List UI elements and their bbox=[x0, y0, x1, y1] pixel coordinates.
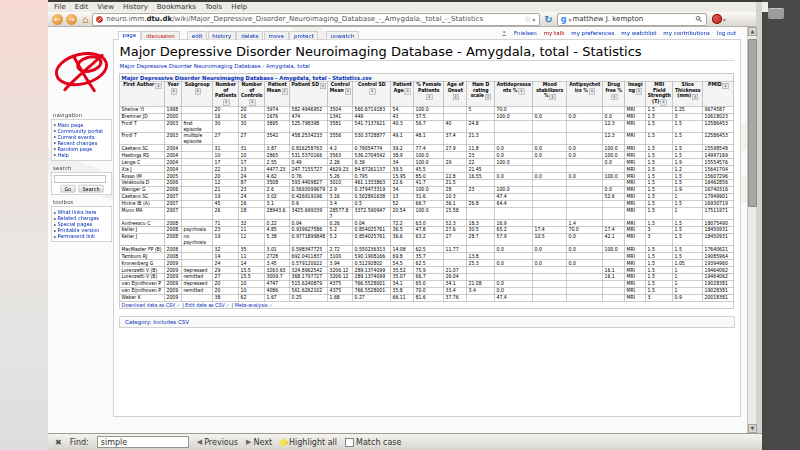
category-value-link[interactable]: Includes CSV bbox=[153, 319, 189, 326]
sort-icon[interactable]: ↕ bbox=[636, 89, 642, 95]
tab-move[interactable]: move bbox=[264, 32, 288, 40]
sort-icon[interactable]: ↕ bbox=[405, 89, 411, 95]
find-previous-button[interactable]: ◀Previous bbox=[197, 438, 238, 447]
sort-icon[interactable]: ↕ bbox=[195, 89, 201, 95]
sidebar-link[interactable]: ▪Printable version bbox=[54, 228, 111, 234]
tab-page[interactable]: page bbox=[118, 31, 141, 40]
tab-protect[interactable]: protect bbox=[289, 32, 318, 40]
wiki-logo[interactable] bbox=[52, 42, 111, 101]
find-input[interactable]: simple bbox=[97, 436, 189, 448]
scroll-down-icon[interactable]: ▼ bbox=[748, 424, 757, 433]
sidebar-link[interactable]: ▪Recent changes bbox=[54, 140, 111, 146]
menu-view[interactable]: View bbox=[97, 3, 114, 11]
sidebar-link[interactable]: ▪Community portal bbox=[54, 128, 111, 134]
tab-history[interactable]: history bbox=[208, 32, 236, 40]
back-button[interactable]: ← bbox=[52, 14, 63, 25]
sidebar-link[interactable]: ▪Special pages bbox=[54, 222, 111, 228]
sort-icon[interactable]: ↕ bbox=[611, 94, 617, 100]
menu-help[interactable]: Help bbox=[231, 3, 247, 11]
parent-page-link[interactable]: Major Depressive Disorder Neuroimaging D… bbox=[120, 63, 735, 70]
search-engine-dropdown-icon[interactable]: ▾ bbox=[568, 16, 571, 23]
column-header[interactable]: Antidepressants %↕ bbox=[495, 81, 533, 106]
csv-link[interactable]: Download data as CSV bbox=[122, 302, 176, 308]
sort-icon[interactable]: ↕ bbox=[320, 83, 326, 89]
vertical-scrollbar[interactable]: ▲ ▼ bbox=[747, 27, 756, 433]
column-header[interactable]: Number of Controls↕ bbox=[239, 81, 265, 106]
sort-icon[interactable]: ↕ bbox=[171, 89, 177, 95]
sort-icon[interactable]: ↕ bbox=[660, 99, 666, 105]
column-header[interactable]: Ham D rating scale↕ bbox=[467, 81, 495, 106]
find-next-button[interactable]: ▶Next bbox=[246, 438, 272, 447]
scrollbar-thumb[interactable] bbox=[748, 39, 757, 207]
column-header[interactable]: Imaging↕ bbox=[625, 81, 646, 106]
sidebar-link[interactable]: ▪Help bbox=[54, 152, 111, 158]
wiki-search-input[interactable] bbox=[55, 175, 106, 183]
search-icon[interactable]: 🔍︎ bbox=[695, 15, 703, 24]
reload-icon[interactable]: ↻ bbox=[544, 14, 552, 25]
column-header[interactable]: Subgroup↕ bbox=[182, 81, 213, 106]
menu-tools[interactable]: Tools bbox=[205, 3, 222, 11]
scroll-up-icon[interactable]: ▲ bbox=[748, 27, 757, 36]
column-header[interactable]: Control SD↕ bbox=[353, 81, 391, 106]
tab-delete[interactable]: delete bbox=[237, 32, 263, 40]
search-button[interactable]: Search bbox=[78, 185, 103, 193]
home-icon[interactable]: ⌂ bbox=[82, 14, 88, 25]
column-header[interactable]: Patient Age↕ bbox=[391, 81, 414, 106]
column-header[interactable]: Age of Onset↕ bbox=[444, 81, 467, 106]
sidebar-link[interactable]: ▪Random page bbox=[54, 146, 111, 152]
sort-icon[interactable]: ↕ bbox=[249, 99, 255, 105]
column-header[interactable]: Patient Mean↕ bbox=[265, 81, 290, 106]
column-header[interactable]: First Author↕ bbox=[120, 81, 165, 106]
column-header[interactable]: % Female Patients↕ bbox=[414, 81, 444, 106]
sort-icon[interactable]: ↕ bbox=[723, 83, 729, 89]
sort-icon[interactable]: ↕ bbox=[282, 89, 288, 95]
column-header[interactable]: Patient SD↕ bbox=[290, 81, 328, 106]
column-header[interactable]: Control Mean↕ bbox=[328, 81, 353, 106]
find-close-icon[interactable]: ✖ bbox=[55, 438, 62, 447]
tab-discussion[interactable]: discussion bbox=[142, 32, 180, 40]
tab-unwatch[interactable]: unwatch bbox=[326, 32, 359, 40]
sidebar-link[interactable]: ▪What links here bbox=[54, 210, 111, 216]
column-header[interactable]: Antipsychotics %↕ bbox=[567, 81, 603, 106]
highlight-all-button[interactable]: Highlight all bbox=[280, 438, 337, 447]
csv-link[interactable]: Edit data as CSV bbox=[185, 302, 224, 308]
tab-edit[interactable]: edit bbox=[187, 32, 207, 40]
go-button[interactable]: Go bbox=[60, 185, 75, 193]
sidebar-link[interactable]: ▪Main page bbox=[54, 122, 111, 128]
sort-icon[interactable]: ↕ bbox=[155, 83, 161, 89]
sort-icon[interactable]: ↕ bbox=[426, 94, 432, 100]
menu-history[interactable]: History bbox=[123, 3, 148, 11]
column-header[interactable]: Number of Patients↕ bbox=[213, 81, 239, 106]
column-header[interactable]: PMID↕ bbox=[703, 81, 734, 106]
column-header[interactable]: MRI Field Strength (T)↕ bbox=[646, 81, 673, 106]
column-header[interactable]: Year↕ bbox=[165, 81, 182, 106]
csv-link[interactable]: Meta-analysis bbox=[235, 302, 268, 308]
sort-icon[interactable]: ↕ bbox=[589, 89, 595, 95]
match-case-checkbox[interactable]: Match case bbox=[345, 438, 401, 447]
menu-bookmarks[interactable]: Bookmarks bbox=[157, 3, 196, 11]
column-header[interactable]: Mood stabilizers %↕ bbox=[533, 81, 567, 106]
forward-button[interactable]: → bbox=[66, 14, 77, 25]
sort-icon[interactable]: ↕ bbox=[518, 89, 524, 95]
menu-file[interactable]: File bbox=[54, 3, 66, 11]
sort-icon[interactable]: ↕ bbox=[369, 89, 375, 95]
table-caption-link[interactable]: Major Depressive Disorder Neuroimaging D… bbox=[120, 74, 734, 82]
sort-icon[interactable]: ↕ bbox=[692, 94, 698, 100]
addon-icon[interactable] bbox=[712, 14, 722, 24]
addon-dropdown-icon[interactable]: ▾ bbox=[723, 16, 726, 23]
url-dropdown-icon[interactable]: ▾ bbox=[532, 16, 535, 23]
column-header[interactable]: Drug free %↕ bbox=[603, 81, 625, 106]
sort-icon[interactable]: ↕ bbox=[345, 89, 351, 95]
column-header[interactable]: Slice Thickness (mm)↕ bbox=[673, 81, 703, 106]
sidebar-link[interactable]: ▪Current events bbox=[54, 134, 111, 140]
url-bar[interactable]: neuro.imm.dtu.dk/wiki/Major_Depressive_D… bbox=[92, 13, 540, 26]
sort-icon[interactable]: ↕ bbox=[453, 94, 459, 100]
sidebar-link[interactable]: ▪Permanent link bbox=[54, 234, 111, 240]
category-label-link[interactable]: Category: bbox=[125, 319, 152, 326]
menu-edit[interactable]: Edit bbox=[75, 3, 89, 11]
sort-icon[interactable]: ↕ bbox=[223, 99, 229, 105]
sort-icon[interactable]: ↕ bbox=[550, 94, 556, 100]
sort-icon[interactable]: ↕ bbox=[485, 94, 491, 100]
browser-search-box[interactable]: g ▾ matthew J. kempton 🔍︎ bbox=[557, 13, 707, 26]
sidebar-link[interactable]: ▪Related changes bbox=[54, 216, 111, 222]
